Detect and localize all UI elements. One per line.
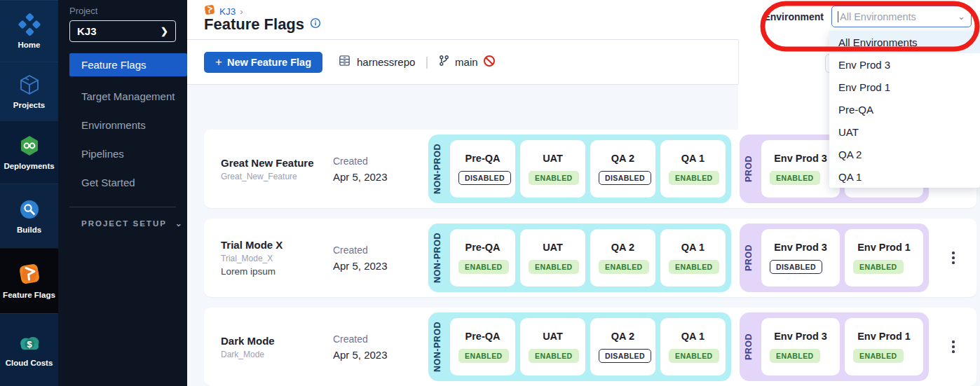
- environment-card-pre-qa[interactable]: Pre-QAENABLED: [450, 229, 515, 287]
- flag-description: Lorem ipsum: [221, 266, 316, 277]
- dropdown-option-pre-qa[interactable]: Pre-QA: [829, 98, 980, 120]
- environment-dropdown: All EnvironmentsEnv Prod 3Env Prod 1Pre-…: [829, 31, 980, 188]
- rail-item-cloud-costs[interactable]: $Cloud Costs: [0, 313, 58, 386]
- environment-name: Pre-QA: [456, 331, 510, 342]
- environment-card-uat[interactable]: UATENABLED: [520, 140, 585, 198]
- nonprod-label: NON-PROD: [430, 318, 445, 375]
- toolbar-separator: |: [425, 55, 428, 69]
- flag-created-column: CreatedApr 5, 2023: [333, 156, 428, 183]
- environment-card-uat[interactable]: UATENABLED: [520, 318, 585, 375]
- environments-wrap: NON-PRODPre-QAENABLEDUATENABLEDQA 2DISAB…: [428, 312, 964, 381]
- environment-card-uat[interactable]: UATENABLED: [520, 229, 585, 287]
- status-badge: DISABLED: [770, 260, 822, 274]
- environment-filter-label: Environment: [762, 11, 824, 22]
- deployments-icon: [18, 135, 41, 157]
- dropdown-option-all-environments[interactable]: All Environments: [829, 31, 980, 53]
- created-label: Created: [333, 156, 428, 167]
- cloud-costs-icon: $: [18, 333, 41, 354]
- text-caret: [838, 11, 838, 22]
- row-menu-kebab-icon[interactable]: [943, 333, 964, 361]
- project-name: KJ3: [77, 25, 97, 37]
- environment-name: UAT: [526, 331, 580, 342]
- environment-card-qa-2[interactable]: QA 2DISABLED: [590, 318, 655, 375]
- environment-card-pre-qa[interactable]: Pre-QAENABLED: [450, 318, 515, 375]
- nonprod-section: NON-PRODPre-QAENABLEDUATENABLEDQA 2ENABL…: [428, 223, 731, 292]
- status-badge: ENABLED: [669, 260, 719, 274]
- nonprod-section: NON-PRODPre-QADISABLEDUATENABLEDQA 2DISA…: [428, 135, 731, 203]
- rail-item-feature-flags[interactable]: Feature Flags: [0, 248, 58, 313]
- environment-card-env-prod-3[interactable]: Env Prod 3DISABLED: [761, 229, 840, 287]
- prod-label: PROD: [741, 140, 756, 198]
- sidebar-item-pipelines[interactable]: Pipelines: [58, 139, 187, 168]
- flag-row-trial_mode_x[interactable]: Trial Mode XTrial_Mode_XLorem ipsumCreat…: [204, 219, 976, 297]
- project-setup-label: PROJECT SETUP: [81, 219, 167, 228]
- sync-disabled-icon: [483, 55, 496, 70]
- sidebar-item-environments[interactable]: Environments: [58, 111, 187, 139]
- flag-name: Dark Mode: [221, 335, 316, 347]
- sidebar-item-target-management[interactable]: Target Management: [58, 82, 187, 111]
- rail-item-label: Feature Flags: [3, 291, 55, 300]
- environment-name: QA 2: [596, 331, 650, 342]
- dropdown-option-uat[interactable]: UAT: [829, 120, 980, 143]
- rail-item-label: Projects: [13, 101, 45, 110]
- project-menu: Feature FlagsTarget ManagementEnvironmen…: [58, 53, 187, 197]
- row-menu-kebab-icon[interactable]: [943, 244, 964, 272]
- flag-identifier: Trial_Mode_X: [221, 254, 316, 263]
- rail-item-builds[interactable]: Builds: [0, 184, 58, 248]
- rail-item-label: Cloud Costs: [6, 359, 53, 368]
- branch-selector[interactable]: main: [438, 55, 496, 70]
- rail-item-home[interactable]: Home: [0, 0, 58, 62]
- environment-card-qa-2[interactable]: QA 2DISABLED: [590, 140, 655, 198]
- environment-name: Env Prod 1: [850, 331, 918, 342]
- environment-card-qa-1[interactable]: QA 1ENABLED: [660, 318, 726, 375]
- environment-card-env-prod-1[interactable]: Env Prod 1ENABLED: [845, 318, 923, 375]
- environment-name: Env Prod 3: [767, 153, 834, 164]
- chevron-right-icon: ❯: [161, 26, 168, 36]
- rail-item-projects[interactable]: Projects: [0, 62, 58, 120]
- module-rail: HomeProjectsDeploymentsBuildsFeature Fla…: [0, 0, 58, 386]
- environment-card-env-prod-3[interactable]: Env Prod 3ENABLED: [761, 140, 840, 198]
- dropdown-option-env-prod-3[interactable]: Env Prod 3: [829, 53, 980, 76]
- status-badge: DISABLED: [458, 171, 511, 185]
- project-label: Project: [58, 0, 187, 16]
- page-title-row: Feature Flags: [204, 15, 321, 34]
- rail-item-label: Builds: [17, 226, 41, 235]
- environment-card-pre-qa[interactable]: Pre-QADISABLED: [450, 140, 515, 198]
- dropdown-option-qa-2[interactable]: QA 2: [829, 143, 980, 165]
- projects-cube-icon: [18, 74, 41, 96]
- nonprod-section: NON-PRODPre-QAENABLEDUATENABLEDQA 2DISAB…: [428, 312, 731, 381]
- created-date: Apr 5, 2023: [333, 260, 428, 272]
- new-feature-flag-button[interactable]: + New Feature Flag: [204, 52, 322, 73]
- repo-selector[interactable]: harnessrepo: [338, 54, 415, 70]
- dropdown-option-qa-1[interactable]: QA 1: [829, 165, 980, 188]
- rail-item-deployments[interactable]: Deployments: [0, 120, 58, 184]
- repo-name: harnessrepo: [357, 56, 415, 68]
- flag-identifier: Dark_Mode: [221, 350, 316, 359]
- status-badge: DISABLED: [599, 171, 651, 185]
- flag-row-dark_mode[interactable]: Dark ModeDark_ModeCreatedApr 5, 2023NON-…: [204, 308, 976, 386]
- environments-wrap: NON-PRODPre-QAENABLEDUATENABLEDQA 2ENABL…: [428, 223, 964, 292]
- status-badge: ENABLED: [669, 349, 719, 363]
- rail-item-label: Deployments: [4, 162, 54, 171]
- environment-card-env-prod-3[interactable]: Env Prod 3ENABLED: [761, 318, 840, 375]
- dropdown-option-env-prod-1[interactable]: Env Prod 1: [829, 76, 980, 98]
- environment-name: Env Prod 1: [850, 242, 918, 253]
- page-title: Feature Flags: [204, 15, 304, 34]
- environment-card-qa-2[interactable]: QA 2ENABLED: [590, 229, 655, 287]
- info-icon[interactable]: [310, 18, 321, 32]
- rail-item-label: Home: [18, 41, 41, 50]
- environment-card-qa-1[interactable]: QA 1ENABLED: [660, 140, 726, 198]
- environment-name: Env Prod 3: [767, 331, 834, 342]
- builds-icon: [18, 198, 41, 221]
- sidebar-item-feature-flags[interactable]: Feature Flags: [69, 53, 187, 76]
- feature-flags-icon: [18, 262, 41, 286]
- project-setup-toggle[interactable]: PROJECT SETUP ⌄: [58, 219, 187, 228]
- environment-card-qa-1[interactable]: QA 1ENABLED: [660, 229, 726, 287]
- flag-name-column: Trial Mode XTrial_Mode_XLorem ipsum: [221, 239, 316, 277]
- sidebar-item-get-started[interactable]: Get Started: [58, 168, 187, 197]
- environment-card-env-prod-1[interactable]: Env Prod 1ENABLED: [845, 229, 923, 287]
- environment-select[interactable]: All Environments ⌄: [831, 6, 972, 27]
- status-badge: ENABLED: [529, 260, 579, 274]
- created-label: Created: [333, 244, 428, 256]
- project-selector[interactable]: KJ3 ❯: [69, 20, 176, 42]
